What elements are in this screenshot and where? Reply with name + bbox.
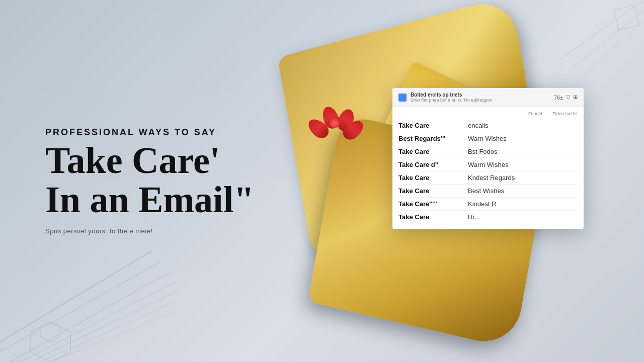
main-title-line1: Take Care': [45, 142, 254, 179]
decorative-lines-top-right: [533, 0, 644, 80]
browser-zoom-btn[interactable]: 76±: [554, 95, 563, 101]
browser-subtitle-text: Sner flar pnea bof a ou ot: i'm ealiraqp…: [411, 98, 550, 103]
table-row: Take CareKndest Regards: [398, 171, 578, 185]
table-cell-right: Warn Wishes: [468, 135, 578, 142]
browser-filter-btn[interactable]: ▽: [566, 94, 570, 101]
col-header-1: Fuuqet: [528, 111, 542, 116]
left-content-area: PROFESSIONAL WAYS TO SAY Take Care' In a…: [45, 127, 254, 235]
table-rows-container: Take CareencalisBest Regards'"Warn Wishe…: [398, 119, 578, 223]
table-cell-left: Take Care: [398, 148, 464, 155]
svg-line-11: [579, 20, 644, 80]
svg-line-9: [558, 0, 644, 60]
table-cell-left: Take Care d": [398, 161, 464, 168]
table-row: Take Care d"Warm Wishes: [398, 158, 578, 171]
content-table: Fuuqet Ftdeo fod Is! Take CareencalisBes…: [392, 107, 584, 229]
table-cell-right: Kindest R: [468, 200, 578, 208]
flower-decoration: [317, 106, 352, 146]
browser-expand-btn[interactable]: ⊞: [573, 94, 578, 101]
svg-marker-12: [614, 5, 639, 30]
browser-title-text: Bolted ercits op tnets: [411, 92, 550, 98]
table-cell-right: Hi...: [468, 213, 578, 221]
svg-line-5: [40, 302, 176, 362]
table-row: Take CareHi...: [398, 211, 578, 223]
table-row: Take CareBst Fodos: [398, 145, 578, 158]
browser-window: Bolted ercits op tnets Sner flar pnea bo…: [392, 88, 584, 229]
browser-favicon-icon: [398, 94, 407, 102]
browser-controls: 76± ▽ ⊞: [554, 94, 578, 101]
col-header-2: Ftdeo fod Is!: [552, 111, 578, 116]
svg-line-2: [10, 272, 171, 362]
table-cell-right: Kndest Regards: [468, 174, 578, 182]
flower-center: [330, 118, 340, 128]
decorative-lines-bottom-left: [0, 251, 176, 362]
table-cell-left: Take Care'"": [398, 200, 464, 208]
table-row: Take CareBest Wishes: [398, 185, 578, 198]
table-row: Take Careencalis: [398, 119, 578, 132]
table-cell-left: Take Care: [398, 213, 464, 221]
table-cell-left: Take Care: [398, 122, 464, 129]
browser-title-bar: Bolted ercits op tnets Sner flar pnea bo…: [411, 92, 550, 103]
svg-line-3: [20, 282, 176, 362]
table-row: Take Care'""Kindest R: [398, 198, 578, 211]
subtitle-text: PROFESSIONAL WAYS TO SAY: [45, 127, 254, 138]
table-cell-left: Best Regards'": [398, 135, 464, 142]
browser-header: Bolted ercits op tnets Sner flar pnea bo…: [392, 88, 584, 107]
svg-line-1: [0, 261, 161, 352]
table-cell-right: encalis: [468, 122, 578, 129]
svg-line-10: [569, 10, 644, 70]
table-cell-right: Warm Wishes: [468, 161, 578, 168]
table-cell-left: Take Care: [398, 187, 464, 195]
table-row: Best Regards'"Warn Wishes: [398, 132, 578, 145]
svg-line-4: [30, 292, 176, 362]
svg-marker-8: [40, 322, 60, 342]
table-cell-right: Bst Fodos: [468, 148, 578, 155]
description-text: Spns persvel yours: to the e meie!: [45, 227, 254, 235]
table-cell-right: Best Wishes: [468, 187, 578, 195]
main-title-line2: In an Email": [45, 181, 254, 218]
table-cell-left: Take Care: [398, 174, 464, 182]
svg-line-0: [0, 251, 151, 342]
table-header-row: Fuuqet Ftdeo fod Is!: [398, 111, 578, 116]
